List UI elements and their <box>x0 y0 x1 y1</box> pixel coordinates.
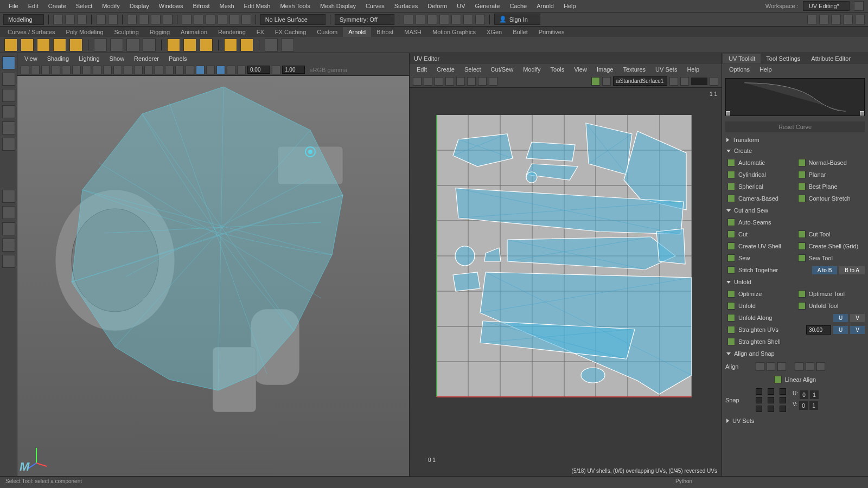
vp-gate-icon[interactable] <box>62 66 71 74</box>
layout-quad-icon[interactable] <box>2 206 15 219</box>
signin-button[interactable]: 👤 Sign In <box>494 14 540 25</box>
snap-curve-icon[interactable] <box>194 15 203 24</box>
uv-menu-view[interactable]: View <box>570 65 591 74</box>
layout-single-icon[interactable] <box>2 190 15 203</box>
create-planar-button[interactable]: Planar <box>796 169 865 180</box>
uv-material-input[interactable] <box>613 76 667 86</box>
createshellgrid-button[interactable]: Create Shell (Grid) <box>796 241 865 252</box>
layout4-icon[interactable] <box>843 15 853 24</box>
snap-ml-checkbox[interactable] <box>756 397 762 403</box>
shelf-tab-curves[interactable]: Curves / Surfaces <box>2 27 60 37</box>
menu-mesh[interactable]: Mesh <box>215 1 239 11</box>
unfold-v-button[interactable]: V <box>850 314 865 322</box>
magnet-icon[interactable] <box>241 15 251 24</box>
uv-material-icon[interactable] <box>591 77 600 86</box>
lock-icon[interactable] <box>854 1 864 11</box>
v1-val[interactable]: 1 <box>809 401 818 410</box>
stitch-button[interactable]: Stitch Together <box>725 265 810 275</box>
vp-shadow-icon[interactable] <box>124 66 132 74</box>
unfold-u-button[interactable]: U <box>833 314 848 322</box>
arnold-mesh2-icon[interactable] <box>110 38 123 52</box>
uv-menu-uvsets[interactable]: UV Sets <box>652 65 681 74</box>
toolkit-menu-options[interactable]: Options <box>725 65 754 74</box>
straightenshell-button[interactable]: Straighten Shell <box>725 336 865 347</box>
vp-shaded-icon[interactable] <box>93 66 101 74</box>
arnold-light4-icon[interactable] <box>53 38 66 52</box>
tab-uv-toolkit[interactable]: UV Toolkit <box>723 54 761 63</box>
unfoldalong-button[interactable]: Unfold Along <box>725 312 831 323</box>
playback-icon[interactable] <box>427 15 437 24</box>
arnold-shader3-icon[interactable] <box>200 38 213 52</box>
arnold-shader2-icon[interactable] <box>183 38 196 52</box>
vp-toggle6-icon[interactable] <box>216 66 225 74</box>
snap-tl-checkbox[interactable] <box>756 388 762 395</box>
uv-menu-cutsew[interactable]: Cut/Sew <box>487 65 518 74</box>
align-top-icon[interactable] <box>795 362 803 371</box>
uv-menu-help[interactable]: Help <box>683 65 703 74</box>
cuttool-button[interactable]: Cut Tool <box>796 229 865 240</box>
menu-create[interactable]: Create <box>44 1 71 11</box>
vp-bookmark-icon[interactable] <box>31 66 40 74</box>
menu-file[interactable]: File <box>4 1 23 11</box>
uv-settings-icon[interactable] <box>602 77 611 86</box>
vp-toggle3-icon[interactable] <box>186 66 194 74</box>
render-icon[interactable] <box>281 38 294 52</box>
symmetry-selector[interactable]: Symmetry: Off <box>335 14 394 25</box>
cut-button[interactable]: Cut <box>725 229 795 240</box>
shelf-tab-custom[interactable]: Custom <box>311 27 343 37</box>
uv-canvas[interactable]: 1 1 <box>410 88 722 476</box>
reset-curve-button[interactable]: Reset Curve <box>725 121 865 132</box>
playback-icon[interactable] <box>416 15 425 24</box>
arnold-mesh1-icon[interactable] <box>94 38 107 52</box>
straighten-value-input[interactable] <box>806 325 831 335</box>
optimizetool-button[interactable]: Optimize Tool <box>796 288 865 299</box>
layout5-icon[interactable] <box>855 15 865 24</box>
snap-plane-icon[interactable] <box>218 15 227 24</box>
arnold-light5-icon[interactable] <box>69 38 82 52</box>
select-tool-icon[interactable] <box>2 56 15 69</box>
vp-safe-icon[interactable] <box>72 66 81 74</box>
menu-curves[interactable]: Curves <box>361 1 389 11</box>
vp-menu-renderer[interactable]: Renderer <box>130 54 163 63</box>
align-middle-icon[interactable] <box>806 362 814 371</box>
viewport-canvas[interactable]: M <box>17 76 409 476</box>
uv-checker-icon[interactable] <box>467 77 476 86</box>
save-scene-icon[interactable] <box>77 15 87 24</box>
playback-icon[interactable] <box>451 15 461 24</box>
shelf-tab-arnold[interactable]: Arnold <box>343 27 371 37</box>
menu-arnold[interactable]: Arnold <box>532 1 558 11</box>
btoa-button[interactable]: B to A <box>839 266 865 274</box>
autoseams-button[interactable]: Auto-Seams <box>725 217 865 228</box>
vp-wireframe-icon[interactable] <box>82 66 91 74</box>
uv-dim-icon[interactable] <box>478 77 487 86</box>
arnold-tool1-icon[interactable] <box>224 38 237 52</box>
unfold-button[interactable]: Unfold <box>725 300 795 311</box>
create-camera-button[interactable]: Camera-Based <box>725 193 795 204</box>
uv-menu-modify[interactable]: Modify <box>519 65 544 74</box>
scale-tool-icon[interactable] <box>2 138 15 151</box>
tab-attribute-editor[interactable]: Attribute Editor <box>806 54 856 63</box>
snap-tc-checkbox[interactable] <box>768 388 774 395</box>
snap-bl-checkbox[interactable] <box>756 406 762 412</box>
uv-shaded-icon[interactable] <box>456 77 465 86</box>
section-align[interactable]: Align and Snap <box>722 348 868 359</box>
shelf-tab-mg[interactable]: Motion Graphics <box>427 27 481 37</box>
vp-grid-icon[interactable] <box>52 66 60 74</box>
create-normal-button[interactable]: Normal-Based <box>796 157 865 168</box>
vp-menu-panels[interactable]: Panels <box>165 54 191 63</box>
menu-select[interactable]: Select <box>72 1 97 11</box>
create-contour-button[interactable]: Contour Stretch <box>796 193 865 204</box>
section-cutsew[interactable]: Cut and Sew <box>722 205 868 216</box>
shelf-tab-prim[interactable]: Primitives <box>533 27 570 37</box>
vp-toggle5-icon[interactable] <box>206 66 215 74</box>
create-bestplane-button[interactable]: Best Plane <box>796 181 865 192</box>
layout-split-icon[interactable] <box>2 222 15 235</box>
snap-tr-checkbox[interactable] <box>780 388 786 395</box>
mode-selector[interactable]: Modeling <box>3 14 44 25</box>
u1-val[interactable]: 1 <box>810 390 819 399</box>
vp-menu-view[interactable]: View <box>21 54 41 63</box>
uv-pixel-icon[interactable] <box>435 77 443 86</box>
menu-bifrost[interactable]: Bifrost <box>188 1 214 11</box>
undo-icon[interactable] <box>96 15 106 24</box>
section-uvsets[interactable]: UV Sets <box>722 415 868 426</box>
